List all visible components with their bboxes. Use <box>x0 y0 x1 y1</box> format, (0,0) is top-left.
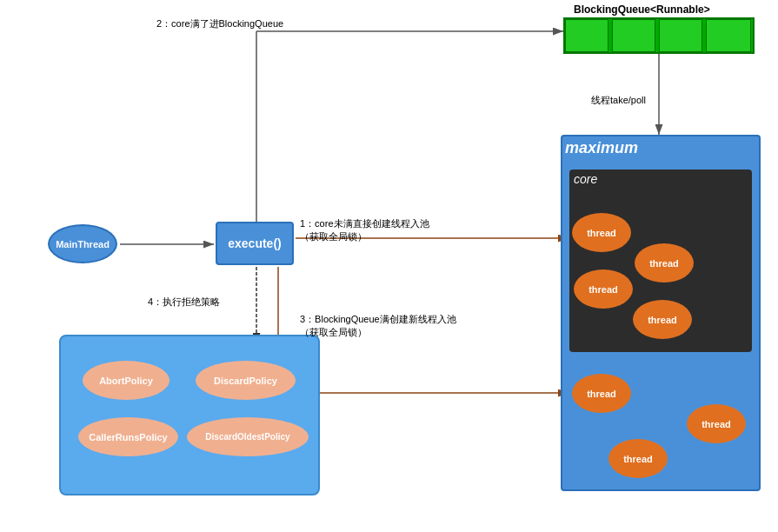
thread-core-4: thread <box>633 300 692 339</box>
discard-oldest-policy-node: DiscardOldestPolicy <box>187 417 309 456</box>
label-3-text: 3：BlockingQueue满创建新线程入池 <box>300 314 456 324</box>
bq-cell-2 <box>612 19 655 52</box>
label-3-sub: （获取全局锁） <box>300 327 367 337</box>
label-1: 1：core未满直接创建线程入池 （获取全局锁） <box>300 217 429 244</box>
label-1-text: 1：core未满直接创建线程入池 <box>300 218 429 229</box>
thread-core-3: thread <box>574 269 633 309</box>
thread-max-1: thread <box>572 374 631 413</box>
discard-policy-node: DiscardPolicy <box>196 361 296 400</box>
maximum-label: maximum <box>565 139 638 157</box>
label-1-sub: （获取全局锁） <box>300 231 367 242</box>
take-poll-label: 线程take/poll <box>591 94 646 107</box>
execute-label: execute() <box>228 236 281 250</box>
label-3: 3：BlockingQueue满创建新线程入池 （获取全局锁） <box>300 313 456 340</box>
caller-runs-policy-node: CallerRunsPolicy <box>78 417 178 456</box>
blocking-queue-title: BlockingQueue<Runnable> <box>574 3 710 16</box>
thread-max-2: thread <box>687 404 746 443</box>
label-2: 2：core满了进BlockingQueue <box>156 17 283 30</box>
abort-policy-node: AbortPolicy <box>83 361 170 400</box>
execute-node: execute() <box>216 222 294 265</box>
thread-core-1: thread <box>572 213 631 252</box>
bq-cell-3 <box>659 19 702 52</box>
policy-box <box>59 335 320 495</box>
thread-max-3: thread <box>608 439 668 478</box>
thread-core-2: thread <box>635 243 694 283</box>
core-label: core <box>574 172 597 186</box>
diagram-container: BlockingQueue<Runnable> 线程take/poll maxi… <box>0 0 778 532</box>
bq-cell-1 <box>565 19 608 52</box>
main-thread-node: MainThread <box>48 224 117 263</box>
bq-cell-4 <box>706 19 751 52</box>
label-4: 4：执行拒绝策略 <box>148 296 220 309</box>
